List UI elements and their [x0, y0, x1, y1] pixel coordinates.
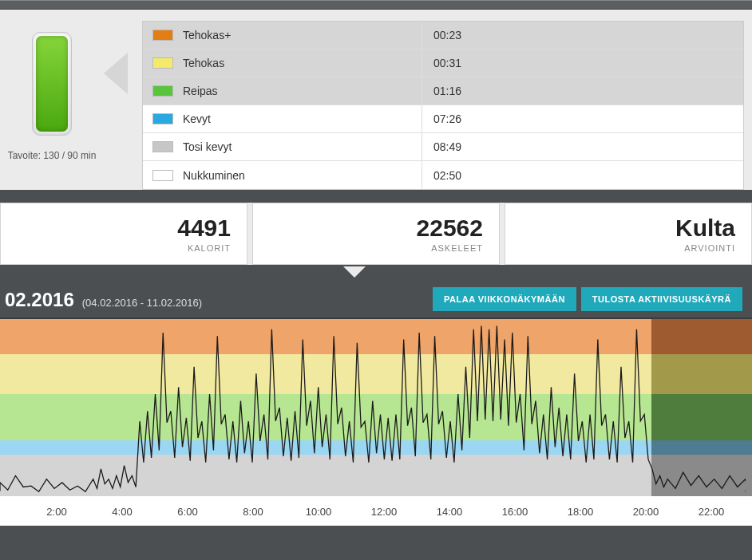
print-curve-button[interactable]: TULOSTA AKTIIVISUUSKÄYRÄ [581, 287, 742, 311]
x-tick: 18:00 [548, 506, 613, 518]
activity-swatch [152, 30, 173, 41]
activity-row: Tehokas+ 00:23 [143, 22, 743, 49]
activity-swatch [152, 141, 173, 152]
goal-column: Tavoite: 130 / 90 min [0, 21, 104, 161]
activity-label: Kevyt [183, 112, 211, 125]
kpi-row: 4491 KALORIT 22562 ASKELEET Kulta ARVIOI… [0, 203, 752, 265]
activity-duration: 01:16 [422, 85, 694, 97]
date-range: (04.02.2016 - 11.02.2016) [82, 297, 202, 309]
activity-duration: 07:26 [422, 112, 694, 125]
app-top-strip [0, 0, 752, 10]
activity-duration: 02:50 [422, 169, 694, 182]
kpi-calories-label: KALORIT [188, 243, 231, 253]
kpi-steps: 22562 ASKELEET [252, 203, 500, 265]
activity-label: Tehokas+ [183, 29, 231, 41]
activity-label-cell: Nukkuminen [143, 161, 422, 189]
x-tick: 4:00 [89, 506, 155, 518]
x-tick: 8:00 [220, 506, 286, 518]
kpi-grade: Kulta ARVIOINTI [505, 203, 752, 265]
chart-x-axis: 2:004:006:008:0010:0012:0014:0016:0018:0… [0, 496, 752, 518]
kpi-steps-value: 22562 [417, 215, 483, 242]
x-tick: 12:00 [351, 506, 417, 518]
x-tick: 22:00 [679, 506, 744, 518]
date-big: 02.2016 [5, 289, 74, 311]
activity-row: Tosi kevyt 08:49 [143, 133, 743, 161]
toolbar-buttons: PALAA VIIKKONÄKYMÄÄN TULOSTA AKTIIVISUUS… [433, 287, 742, 311]
x-tick: 6:00 [155, 506, 220, 518]
kpi-steps-label: ASKELEET [431, 243, 483, 253]
activity-label: Tosi kevyt [183, 140, 232, 153]
activity-swatch [152, 85, 173, 97]
date-toolbar: 02.2016 (04.02.2016 - 11.02.2016) PALAA … [0, 270, 752, 317]
activity-swatch [152, 113, 173, 124]
chart-frame [0, 317, 752, 496]
goal-battery-icon [32, 32, 72, 136]
activity-row: Tehokas 00:31 [143, 49, 743, 77]
pointer [104, 21, 142, 94]
activity-swatch [152, 170, 173, 181]
activity-label: Reipas [183, 85, 218, 97]
activity-chart: 2:004:006:008:0010:0012:0014:0016:0018:0… [0, 317, 752, 526]
x-tick: 16:00 [482, 506, 548, 518]
back-to-week-button[interactable]: PALAA VIIKKONÄKYMÄÄN [433, 287, 576, 311]
kpi-calories: 4491 KALORIT [0, 203, 247, 265]
x-tick: 2:00 [24, 506, 89, 518]
kpi-calories-value: 4491 [177, 215, 231, 242]
x-tick: 20:00 [613, 506, 679, 518]
activity-row: Nukkuminen 02:50 [143, 161, 743, 189]
activity-label-cell: Reipas [143, 77, 422, 105]
activity-label-cell: Kevyt [143, 105, 422, 132]
activity-label-cell: Tehokas [143, 49, 422, 77]
activity-row: Kevyt 07:26 [143, 105, 743, 133]
activity-label-cell: Tehokas+ [143, 22, 422, 49]
x-tick: 10:00 [286, 506, 351, 518]
kpi-grade-value: Kulta [675, 215, 735, 242]
activity-levels-table: Tehokas+ 00:23 Tehokas 00:31 Reipas 01:1… [142, 21, 744, 190]
activity-row: Reipas 01:16 [143, 77, 743, 105]
activity-label: Tehokas [183, 57, 224, 69]
date-heading: 02.2016 (04.02.2016 - 11.02.2016) [5, 289, 202, 311]
activity-duration: 08:49 [422, 140, 694, 153]
goal-battery-fill [36, 36, 68, 132]
notch-icon [343, 266, 366, 278]
activity-curve [0, 319, 746, 496]
activity-label-cell: Tosi kevyt [143, 133, 422, 160]
summary-panel: Tavoite: 130 / 90 min Tehokas+ 00:23 Teh… [0, 10, 752, 190]
activity-duration: 00:23 [422, 29, 694, 41]
goal-caption: Tavoite: 130 / 90 min [8, 150, 97, 161]
activity-duration: 00:31 [422, 57, 694, 69]
activity-label: Nukkuminen [183, 169, 245, 182]
x-tick: 14:00 [417, 506, 482, 518]
kpi-grade-label: ARVIOINTI [684, 243, 735, 253]
pointer-icon [104, 53, 128, 94]
activity-swatch [152, 57, 173, 69]
